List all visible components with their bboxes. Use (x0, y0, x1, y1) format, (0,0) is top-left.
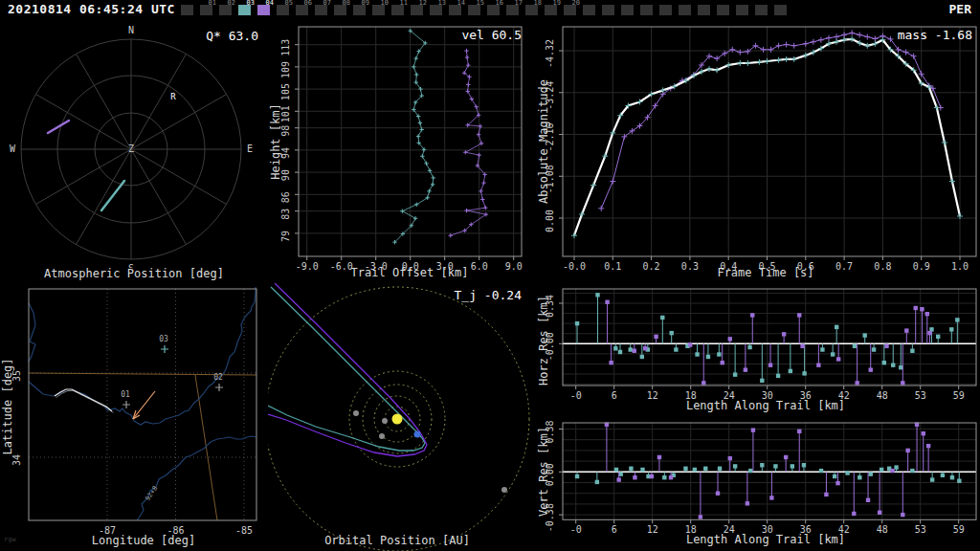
residual-marker (616, 477, 620, 481)
residual-marker (575, 474, 579, 478)
residual-marker (950, 475, 954, 479)
data-point-marker (483, 206, 487, 209)
tab-10[interactable]: 10 (369, 0, 389, 19)
residual-marker (747, 345, 751, 349)
tab-19[interactable]: 19 (542, 0, 561, 19)
tab-blank[interactable] (733, 0, 752, 19)
meteoroid-orbit-traj_teal (268, 287, 425, 451)
residual-marker (662, 475, 666, 479)
residual-marker (733, 372, 737, 376)
tab-03[interactable]: 03 (235, 0, 255, 19)
tab-blank[interactable] (771, 0, 791, 19)
tab-07[interactable]: 07 (312, 0, 331, 19)
residual-marker (773, 464, 777, 468)
residual-marker (853, 344, 857, 348)
map-ylabel: Latitude [deg] (1, 340, 14, 474)
tab-02[interactable]: 02 (216, 0, 235, 19)
tab-blank[interactable] (714, 0, 733, 19)
residual-marker (833, 474, 836, 478)
polar-grid-radial (131, 149, 187, 245)
residual-marker (595, 480, 599, 484)
data-point-marker (756, 59, 762, 65)
residual-marker (760, 463, 764, 467)
tab-05[interactable]: 05 (274, 0, 293, 19)
residual-marker (695, 352, 699, 356)
data-point-marker (803, 53, 809, 58)
residual-marker (654, 335, 657, 339)
tab-06[interactable]: 06 (293, 0, 312, 19)
data-point-marker (729, 47, 735, 53)
data-point-marker (784, 42, 790, 48)
residual-marker (852, 512, 856, 516)
data-point-marker (463, 150, 467, 154)
svg-text:0.1: 0.1 (604, 261, 621, 272)
data-point-marker (414, 73, 418, 77)
planet-dot (501, 487, 507, 493)
svg-text:109: 109 (280, 61, 291, 78)
tab-04[interactable]: 04 (255, 0, 274, 19)
tab-17[interactable]: 17 (503, 0, 523, 19)
residual-marker (949, 327, 953, 331)
tab-number: 11 (400, 0, 408, 7)
tab-number: 20 (572, 0, 580, 7)
corner-watermark: rgw (4, 536, 16, 543)
residual-marker (901, 513, 904, 517)
tab-blank[interactable] (676, 0, 695, 19)
tab-18[interactable]: 18 (523, 0, 542, 19)
tab-number: 13 (438, 0, 446, 7)
residual-marker (702, 381, 705, 385)
residual-marker (866, 498, 870, 502)
trail-ylabel: Height [km] (269, 84, 282, 199)
data-point-marker (784, 56, 790, 62)
data-point-marker (478, 153, 481, 157)
tab-15[interactable]: 15 (465, 0, 484, 19)
tab-number: 15 (477, 0, 484, 7)
residual-marker (629, 347, 633, 351)
tab-20[interactable]: 20 (561, 0, 580, 19)
tab-number: 10 (381, 0, 389, 7)
tab-blank[interactable] (695, 0, 714, 19)
data-point-marker (745, 60, 750, 66)
tab-number: 07 (323, 0, 331, 7)
data-point-marker (122, 401, 130, 408)
tab-01[interactable]: 01 (197, 0, 216, 19)
tab-09[interactable]: 09 (350, 0, 369, 19)
tab-11[interactable]: 11 (389, 0, 408, 19)
data-point-marker (477, 132, 480, 136)
polar-grid-radial (35, 95, 131, 150)
data-point-marker (598, 206, 604, 211)
tab-blank[interactable] (618, 0, 637, 19)
tab-16[interactable]: 16 (484, 0, 503, 19)
tab-blank[interactable] (599, 0, 618, 19)
tab-08[interactable]: 08 (331, 0, 350, 19)
residual-marker (718, 467, 722, 471)
residual-marker (791, 464, 794, 468)
residual-marker (862, 333, 866, 337)
residual-marker (613, 346, 617, 350)
tab-14[interactable]: 14 (446, 0, 465, 19)
residual-marker (936, 335, 940, 339)
tab-blank[interactable] (637, 0, 657, 19)
tab-12[interactable]: 12 (408, 0, 427, 19)
tab-blank[interactable] (657, 0, 676, 19)
ground-map-plot: -87-86-85353401020392+8 (0, 283, 268, 551)
tab-number: 03 (247, 0, 255, 7)
residual-marker (650, 474, 654, 478)
tab-blank[interactable] (178, 0, 197, 19)
tab-13[interactable]: 13 (427, 0, 446, 19)
residual-marker (706, 355, 710, 359)
tab-number: 01 (209, 0, 216, 7)
residual-marker (914, 306, 918, 310)
svg-text:-0: -0 (570, 524, 582, 535)
tab-blank[interactable] (752, 0, 771, 19)
tisserand-annotation: T_j -0.24 (402, 288, 522, 302)
residual-marker (884, 344, 888, 348)
tab-blank[interactable] (580, 0, 599, 19)
svg-text:53: 53 (915, 524, 926, 535)
svg-text:92+8: 92+8 (144, 485, 159, 502)
svg-text:03: 03 (159, 335, 168, 343)
residual-marker (789, 369, 792, 373)
state-border-line (195, 375, 217, 520)
data-point-marker (791, 43, 797, 49)
data-point-marker (420, 154, 424, 158)
